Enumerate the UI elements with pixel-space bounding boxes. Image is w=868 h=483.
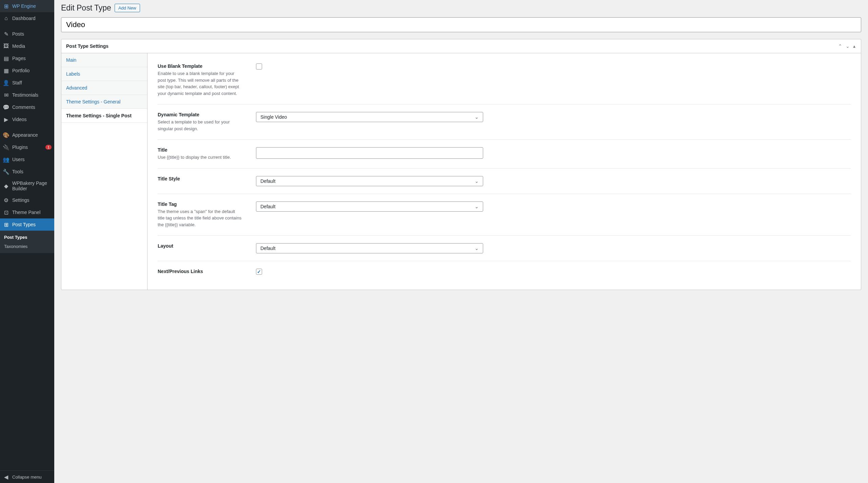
move-up-icon[interactable]: ⌃ xyxy=(837,43,843,50)
panel-title: Post Type Settings xyxy=(66,43,108,49)
tab-main[interactable]: Main xyxy=(61,53,147,67)
title-tag-desc: The theme uses a "span" for the default … xyxy=(158,208,242,228)
title-label: Title xyxy=(158,147,242,153)
sidebar-item-label: Pages xyxy=(12,56,52,61)
collapse-label: Collapse menu xyxy=(12,475,42,480)
title-style-label: Title Style xyxy=(158,176,242,181)
chevron-down-icon: ⌄ xyxy=(475,204,479,209)
settings-tabs: Main Labels Advanced Theme Settings - Ge… xyxy=(61,53,147,290)
sidebar-item-label: Users xyxy=(12,157,52,162)
layout-select[interactable]: Default ⌄ xyxy=(256,243,483,253)
chevron-down-icon: ⌄ xyxy=(475,178,479,184)
appearance-icon: 🎨 xyxy=(3,132,9,138)
move-down-icon[interactable]: ⌄ xyxy=(845,43,850,50)
title-style-select[interactable]: Default ⌄ xyxy=(256,176,483,186)
dynamic-template-desc: Select a template to be used for your si… xyxy=(158,119,242,132)
sidebar-item-label: WPBakery Page Builder xyxy=(12,180,52,191)
sidebar-item-media[interactable]: 🖼 Media xyxy=(0,40,54,52)
layout-label: Layout xyxy=(158,243,242,249)
sidebar-item-label: Dashboard xyxy=(12,16,52,21)
dynamic-template-select[interactable]: Single Video ⌄ xyxy=(256,112,483,122)
sidebar-item-tools[interactable]: 🔧 Tools xyxy=(0,166,54,178)
title-desc: Use {{title}} to display the current tit… xyxy=(158,154,242,161)
sidebar-item-portfolio[interactable]: ▦ Portfolio xyxy=(0,64,54,77)
collapse-menu-button[interactable]: ◀ Collapse menu xyxy=(0,470,54,483)
portfolio-icon: ▦ xyxy=(3,67,9,74)
post-type-name-input[interactable] xyxy=(61,17,861,32)
sidebar-item-label: Comments xyxy=(12,104,52,110)
blank-template-checkbox[interactable] xyxy=(256,63,262,70)
submenu-post-types[interactable]: Post Types xyxy=(0,233,54,242)
sidebar-item-theme-panel[interactable]: ⊡ Theme Panel xyxy=(0,206,54,218)
sidebar-item-appearance[interactable]: 🎨 Appearance xyxy=(0,129,54,141)
sidebar-item-wp-engine[interactable]: ⊞ WP Engine xyxy=(0,0,54,12)
main-content: Edit Post Type Add New Post Type Setting… xyxy=(54,0,868,483)
title-input[interactable] xyxy=(256,147,483,159)
sidebar-item-label: Theme Panel xyxy=(12,210,52,215)
chevron-down-icon: ⌄ xyxy=(475,114,479,120)
pin-icon: ✎ xyxy=(3,31,9,37)
sidebar-item-label: Testimonials xyxy=(12,92,52,98)
sidebar-item-label: Staff xyxy=(12,80,52,85)
videos-icon: ▶ xyxy=(3,116,9,123)
select-value: Default xyxy=(260,178,275,184)
sidebar-item-testimonials[interactable]: ✉ Testimonials xyxy=(0,89,54,101)
blank-template-label: Use Blank Template xyxy=(158,63,242,69)
sidebar-item-label: Plugins xyxy=(12,144,44,150)
sidebar-item-pages[interactable]: ▤ Pages xyxy=(0,52,54,64)
theme-panel-icon: ⊡ xyxy=(3,209,9,216)
add-new-button[interactable]: Add New xyxy=(115,4,140,12)
admin-sidebar: ⊞ WP Engine ⌂ Dashboard ✎ Posts 🖼 Media … xyxy=(0,0,54,483)
sidebar-item-settings[interactable]: ⚙ Settings xyxy=(0,194,54,206)
post-types-icon: ⊞ xyxy=(3,221,9,228)
blank-template-desc: Enable to use a blank template for your … xyxy=(158,70,242,97)
sidebar-item-videos[interactable]: ▶ Videos xyxy=(0,113,54,125)
tab-advanced[interactable]: Advanced xyxy=(61,81,147,95)
sidebar-item-dashboard[interactable]: ⌂ Dashboard xyxy=(0,12,54,24)
chevron-down-icon: ⌄ xyxy=(475,246,479,251)
collapse-icon: ◀ xyxy=(3,474,9,480)
sidebar-item-label: Videos xyxy=(12,117,52,122)
title-tag-select[interactable]: Default ⌄ xyxy=(256,201,483,212)
sidebar-item-label: WP Engine xyxy=(12,3,52,9)
tab-labels[interactable]: Labels xyxy=(61,67,147,81)
sidebar-item-posts[interactable]: ✎ Posts xyxy=(0,28,54,40)
sidebar-item-label: Appearance xyxy=(12,132,52,138)
tools-icon: 🔧 xyxy=(3,168,9,175)
sidebar-item-label: Media xyxy=(12,43,52,49)
submenu-taxonomies[interactable]: Taxonomies xyxy=(0,242,54,251)
sidebar-item-post-types[interactable]: ⊞ Post Types xyxy=(0,218,54,231)
media-icon: 🖼 xyxy=(3,43,9,50)
sidebar-item-plugins[interactable]: 🔌 Plugins 1 xyxy=(0,141,54,153)
sidebar-item-label: Tools xyxy=(12,169,52,174)
testimonials-icon: ✉ xyxy=(3,92,9,98)
sidebar-item-wpbakery[interactable]: ◆ WPBakery Page Builder xyxy=(0,178,54,194)
update-badge: 1 xyxy=(45,145,52,150)
sidebar-item-label: Posts xyxy=(12,31,52,37)
next-prev-label: Next/Previous Links xyxy=(158,269,242,274)
settings-panel: Post Type Settings ⌃ ⌄ ▴ Main Labels Adv… xyxy=(61,39,861,290)
toggle-panel-icon[interactable]: ▴ xyxy=(852,43,856,50)
sidebar-item-staff[interactable]: 👤 Staff xyxy=(0,77,54,89)
select-value: Single Video xyxy=(260,114,287,120)
tab-theme-single-post[interactable]: Theme Settings - Single Post xyxy=(61,109,147,123)
sidebar-item-label: Post Types xyxy=(12,222,52,227)
dynamic-template-label: Dynamic Template xyxy=(158,112,242,117)
wp-engine-icon: ⊞ xyxy=(3,3,9,9)
sidebar-item-label: Portfolio xyxy=(12,68,52,73)
dashboard-icon: ⌂ xyxy=(3,15,9,22)
sidebar-item-users[interactable]: 👥 Users xyxy=(0,153,54,166)
select-value: Default xyxy=(260,246,275,251)
staff-icon: 👤 xyxy=(3,79,9,86)
page-title: Edit Post Type xyxy=(61,3,111,13)
tab-theme-general[interactable]: Theme Settings - General xyxy=(61,95,147,109)
sidebar-item-label: Settings xyxy=(12,197,52,203)
sidebar-item-comments[interactable]: 💬 Comments xyxy=(0,101,54,113)
select-value: Default xyxy=(260,204,275,209)
title-tag-label: Title Tag xyxy=(158,201,242,207)
settings-icon: ⚙ xyxy=(3,197,9,204)
settings-fields: Use Blank Template Enable to use a blank… xyxy=(147,53,861,290)
comments-icon: 💬 xyxy=(3,104,9,111)
users-icon: 👥 xyxy=(3,156,9,163)
next-prev-checkbox[interactable] xyxy=(256,269,262,275)
